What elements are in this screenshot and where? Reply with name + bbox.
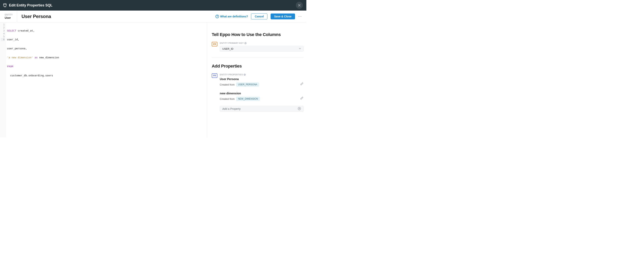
code-area[interactable]: SELECT created_at, user_id, user_persona… [6, 22, 60, 137]
label-text: ENTITY PROPERTIES [220, 73, 243, 76]
main: 1 2 3 4 5 6 SELECT created_at, user_id, … [0, 22, 306, 137]
chevron-down-icon [299, 47, 301, 50]
help-definitions-link[interactable]: ? What are definitions? [216, 15, 248, 18]
code-text: created_at, [16, 29, 34, 32]
close-button[interactable] [296, 2, 303, 9]
info-icon[interactable]: i [244, 74, 246, 76]
label-text: ENTITY PRIMARY KEY [220, 42, 244, 44]
editor-gutter: 1 2 3 4 5 6 [0, 22, 6, 137]
section-title-columns: Tell Eppo How to Use the Columns [212, 32, 304, 37]
line-number: 3 [1, 29, 5, 32]
property-title: User Persona [220, 77, 300, 81]
code-text: customer_db.onboarding.users [7, 74, 53, 77]
entity-block: ENTITY User [5, 11, 17, 22]
column-chip: NEW_DIMENSION [236, 97, 260, 101]
cancel-button[interactable]: Cancel [251, 14, 268, 19]
question-mark-icon: ? [216, 15, 219, 18]
line-number: 1 [1, 23, 5, 26]
close-icon [298, 4, 301, 7]
property-item: new dimension Created from NEW_DIMENSION [220, 92, 304, 101]
ellipsis-icon [298, 15, 302, 18]
keyword: SELECT [7, 29, 16, 32]
header-row: ENTITY User User Persona ? What are defi… [0, 11, 306, 22]
code-text: user_persona, [7, 47, 27, 50]
header-actions: ? What are definitions? Cancel Save & Cl… [216, 14, 302, 19]
property-meta: Created from NEW_DIMENSION [220, 97, 300, 101]
add-property-label: Add a Property [222, 107, 240, 110]
entity-badge: EN [212, 42, 218, 46]
keyword: FROM [7, 65, 13, 68]
pencil-icon [300, 96, 304, 100]
sql-editor[interactable]: 1 2 3 4 5 6 SELECT created_at, user_id, … [0, 22, 207, 137]
primary-key-row: EN ENTITY PRIMARY KEY i USER_ID [212, 42, 304, 52]
add-property-button[interactable]: Add a Property [220, 106, 304, 112]
primary-key-label: ENTITY PRIMARY KEY i [220, 42, 304, 44]
property-item: User Persona Created from USER_PERSONA [220, 77, 304, 87]
pencil-icon [300, 82, 304, 86]
svg-point-4 [301, 16, 301, 17]
edit-property-button[interactable] [300, 77, 304, 86]
entity-label: ENTITY [5, 14, 13, 16]
entity-name: User [5, 16, 13, 19]
more-menu-button[interactable] [298, 15, 302, 18]
properties-row: PR ENTITY PROPERTIES i User Persona Crea… [212, 73, 304, 112]
svg-point-0 [4, 4, 6, 5]
code-text: new_dimension [39, 56, 59, 59]
sql-database-icon: SQL [3, 3, 7, 8]
line-number: 4 [1, 32, 5, 35]
svg-text:SQL: SQL [4, 6, 6, 8]
property-meta: Created from USER_PERSONA [220, 83, 300, 87]
page-title: User Persona [22, 14, 51, 19]
sidebar: Tell Eppo How to Use the Columns EN ENTI… [207, 22, 306, 137]
titlebar-title: Edit Entity Properties SQL [9, 3, 52, 8]
info-icon[interactable]: i [244, 42, 246, 44]
primary-key-select[interactable]: USER_ID [220, 46, 304, 52]
divider [212, 58, 304, 58]
property-title: new dimension [220, 92, 300, 95]
line-number: 2 [1, 26, 5, 29]
code-text: user_id, [7, 38, 19, 41]
string: 'a new dimension' [7, 56, 33, 59]
svg-point-3 [300, 16, 300, 17]
keyword: as [33, 56, 39, 59]
select-value: USER_ID [222, 47, 233, 50]
plus-circle-icon [298, 107, 301, 111]
section-title-properties: Add Properties [212, 64, 304, 69]
created-from-label: Created from [220, 83, 234, 86]
edit-property-button[interactable] [300, 92, 304, 101]
save-close-button[interactable]: Save & Close [270, 14, 295, 19]
line-number: 5 [1, 35, 5, 38]
svg-point-2 [298, 16, 299, 17]
properties-label: ENTITY PROPERTIES i [220, 73, 304, 76]
help-text: What are definitions? [220, 15, 248, 18]
titlebar: SQL Edit Entity Properties SQL [0, 0, 306, 11]
column-chip: USER_PERSONA [236, 83, 259, 87]
line-number: 6 [1, 38, 5, 41]
created-from-label: Created from [220, 98, 234, 100]
property-badge: PR [212, 73, 218, 78]
